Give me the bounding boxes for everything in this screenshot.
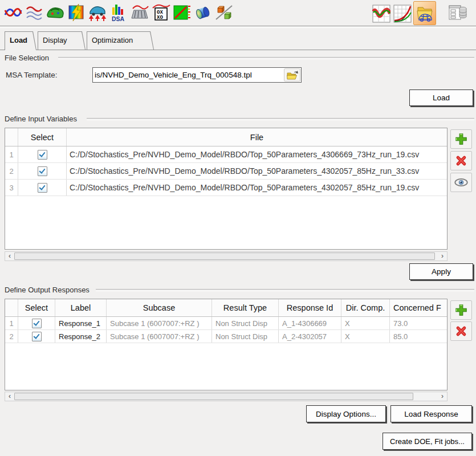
response-label-cell[interactable]: Response_2: [55, 330, 107, 343]
output-header-num: [5, 299, 18, 316]
delete-x-icon: [454, 324, 468, 338]
scroll-right-arrow[interactable]: ›: [438, 392, 447, 401]
display-options-button[interactable]: Display Options...: [306, 405, 386, 422]
car-body-green-icon[interactable]: [46, 2, 65, 23]
result-type-cell[interactable]: Non Struct Disp: [212, 317, 279, 329]
msa-template-field[interactable]: is/NVHD_Demo_Vehicle_Eng_Trq_000548.tpl: [92, 67, 302, 83]
preview-input-file-button[interactable]: [450, 173, 472, 192]
input-table-row[interactable]: 1 C:/D/Stochastics_Pre/NVHD_Demo_Model/R…: [5, 146, 447, 163]
add-output-response-button[interactable]: [450, 300, 472, 320]
output-header-result-type[interactable]: Result Type: [212, 299, 279, 316]
file-selection-group-label: File Selection: [5, 54, 49, 62]
fit-chart-icon[interactable]: [393, 3, 412, 25]
output-header-label[interactable]: Label: [55, 299, 107, 316]
scroll-left-arrow[interactable]: ‹: [5, 392, 14, 401]
input-table-row[interactable]: 3 C:/D/Stochastics_Pre/NVHD_Demo_Model/R…: [5, 180, 447, 196]
matrix-bottom-label: XO: [157, 15, 163, 21]
cylinder-3d-icon[interactable]: [193, 2, 213, 23]
create-doe-fit-jobs-button[interactable]: Create DOE, Fit jobs...: [383, 433, 472, 450]
response-id-cell[interactable]: A_1-4306669: [279, 317, 341, 329]
file-path-cell[interactable]: C:/D/Stochastics_Pre/NVHD_Demo_Model/RBD…: [67, 163, 447, 179]
add-input-file-button[interactable]: [450, 129, 472, 149]
input-table-row[interactable]: 2 C:/D/Stochastics_Pre/NVHD_Demo_Model/R…: [5, 163, 447, 180]
browse-template-button[interactable]: [284, 68, 300, 82]
waveform-chart-icon[interactable]: [372, 3, 391, 25]
output-header-subcase[interactable]: Subcase: [107, 299, 212, 316]
doe-matrix-icon[interactable]: OX XO: [151, 2, 170, 23]
row-number: 1: [5, 146, 18, 162]
output-table-row[interactable]: 2 Response_2 Subcase 1 (6007007:+RZ ) No…: [5, 330, 447, 343]
file-selection-group-line: [58, 57, 474, 59]
delete-x-icon: [454, 154, 468, 168]
dsa-bars-icon[interactable]: DSA: [109, 2, 128, 23]
apply-button[interactable]: Apply: [409, 263, 473, 280]
output-responses-group-line: [96, 289, 474, 291]
output-header-select[interactable]: Select: [18, 299, 55, 316]
main-toolbar: DSA OX XO: [0, 0, 476, 26]
row-select-checkbox[interactable]: [32, 319, 42, 328]
output-header-dir-comp[interactable]: Dir. Comp.: [341, 299, 390, 316]
car-loads-icon[interactable]: [88, 2, 107, 23]
tab-load[interactable]: Load: [5, 31, 36, 50]
scrollbar-thumb[interactable]: [14, 253, 435, 260]
response-id-cell[interactable]: A_2-4302057: [279, 330, 341, 343]
plus-icon: [454, 132, 468, 146]
output-responses-group-label: Define Output Responses: [5, 286, 89, 294]
row-number: 1: [5, 317, 18, 329]
msa-template-value[interactable]: is/NVHD_Demo_Vehicle_Eng_Trq_000548.tpl: [93, 71, 284, 79]
scrollbar-thumb[interactable]: [14, 393, 413, 400]
delete-input-file-button[interactable]: [450, 151, 472, 170]
output-table-header: Select Label Subcase Result Type Respons…: [5, 299, 447, 317]
tab-optimization[interactable]: Optimization: [87, 31, 154, 50]
output-header-concerned[interactable]: Concerned F: [390, 299, 447, 316]
output-header-response-id[interactable]: Response Id: [279, 299, 341, 316]
output-table-hscrollbar[interactable]: ‹ ›: [5, 392, 447, 401]
concerned-cell[interactable]: 73.0: [390, 317, 447, 329]
open-folder-icon: [287, 70, 298, 80]
row-number: 2: [5, 163, 18, 179]
input-header-file[interactable]: File: [67, 128, 447, 146]
scroll-right-arrow[interactable]: ›: [438, 252, 447, 260]
diagonal-plot-icon[interactable]: [172, 2, 192, 23]
plus-icon: [454, 303, 468, 317]
row-number: 2: [5, 330, 18, 343]
file-path-cell[interactable]: C:/D/Stochastics_Pre/NVHD_Demo_Model/RBD…: [67, 146, 447, 162]
file-path-cell[interactable]: C:/D/Stochastics_Pre/NVHD_Demo_Model/RBD…: [67, 180, 447, 196]
dir-comp-cell[interactable]: X: [341, 317, 390, 329]
output-table-row[interactable]: 1 Response_1 Subcase 1 (6007007:+RZ ) No…: [5, 317, 447, 330]
input-variables-group-label: Define Input Variables: [5, 115, 77, 123]
curves-compare-icon[interactable]: [3, 2, 23, 23]
input-header-select[interactable]: Select: [18, 128, 67, 146]
input-table-hscrollbar[interactable]: ‹ ›: [5, 251, 447, 261]
row-select-checkbox[interactable]: [38, 166, 47, 176]
row-number: 3: [5, 180, 18, 196]
toolbar-left-group: DSA OX XO: [3, 2, 234, 23]
row-select-checkbox[interactable]: [38, 183, 47, 193]
subcase-cell[interactable]: Subcase 1 (6007007:+RZ ): [107, 330, 212, 343]
dir-comp-cell[interactable]: X: [341, 330, 390, 343]
response-label-cell[interactable]: Response_1: [55, 317, 107, 329]
tab-display[interactable]: Display: [38, 31, 86, 50]
result-type-cell[interactable]: Non Struct Disp: [212, 330, 279, 343]
engine-response-icon[interactable]: [130, 2, 149, 23]
tab-optimization-label: Optimization: [87, 31, 154, 44]
load-button[interactable]: Load: [409, 89, 473, 106]
row-select-checkbox[interactable]: [32, 332, 42, 341]
wave-modes-icon[interactable]: [25, 2, 44, 23]
tab-baseline: [0, 50, 476, 50]
input-table-header: Select File: [5, 128, 447, 146]
delete-output-response-button[interactable]: [450, 321, 472, 341]
form-database-icon[interactable]: [448, 4, 467, 21]
output-responses-table: Select Label Subcase Result Type Respons…: [5, 299, 447, 390]
subcase-cell[interactable]: Subcase 1 (6007007:+RZ ): [107, 317, 212, 329]
msa-template-icon[interactable]: [413, 1, 436, 25]
dsa-label: DSA: [112, 15, 125, 22]
scroll-left-arrow[interactable]: ‹: [5, 252, 14, 260]
linked-cubes-icon[interactable]: [214, 2, 234, 23]
energy-flash-icon[interactable]: [67, 2, 86, 23]
msa-application-window: DSA OX XO: [0, 0, 476, 456]
load-response-button[interactable]: Load Response: [390, 405, 472, 422]
tab-load-label: Load: [5, 31, 36, 44]
concerned-cell[interactable]: 85.0: [390, 330, 447, 343]
row-select-checkbox[interactable]: [38, 150, 47, 160]
